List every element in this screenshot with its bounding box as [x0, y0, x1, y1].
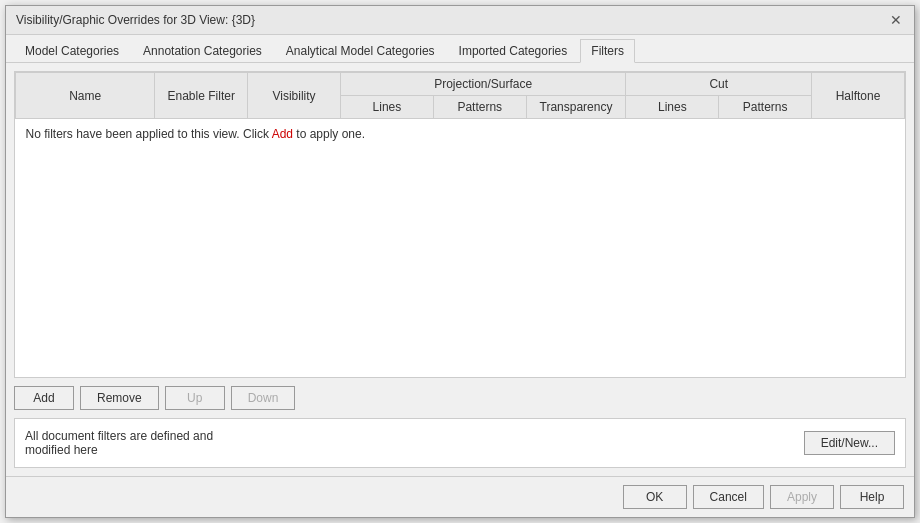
add-link[interactable]: Add — [272, 127, 293, 141]
apply-button[interactable]: Apply — [770, 485, 834, 509]
col-header-enable-filter: Enable Filter — [155, 73, 248, 119]
col-header-cut-patterns: Patterns — [719, 96, 812, 119]
title-bar: Visibility/Graphic Overrides for 3D View… — [6, 6, 914, 35]
filters-table: Name Enable Filter Visibility Projection… — [15, 72, 905, 149]
add-button[interactable]: Add — [14, 386, 74, 410]
tab-filters[interactable]: Filters — [580, 39, 635, 63]
filter-info-box: All document filters are defined and mod… — [14, 418, 906, 468]
dialog: Visibility/Graphic Overrides for 3D View… — [5, 5, 915, 518]
ok-button[interactable]: OK — [623, 485, 687, 509]
edit-new-button[interactable]: Edit/New... — [804, 431, 895, 455]
empty-row: No filters have been applied to this vie… — [16, 119, 905, 150]
help-button[interactable]: Help — [840, 485, 904, 509]
tab-analytical-model-categories[interactable]: Analytical Model Categories — [275, 39, 446, 62]
dialog-title: Visibility/Graphic Overrides for 3D View… — [16, 13, 255, 27]
filters-table-container: Name Enable Filter Visibility Projection… — [14, 71, 906, 378]
footer: OK Cancel Apply Help — [6, 476, 914, 517]
remove-button[interactable]: Remove — [80, 386, 159, 410]
col-header-ps-transparency: Transparency — [526, 96, 626, 119]
close-button[interactable]: ✕ — [888, 12, 904, 28]
down-button[interactable]: Down — [231, 386, 296, 410]
cancel-button[interactable]: Cancel — [693, 485, 764, 509]
content-area: Name Enable Filter Visibility Projection… — [6, 63, 914, 476]
col-header-name: Name — [16, 73, 155, 119]
up-button[interactable]: Up — [165, 386, 225, 410]
tab-model-categories[interactable]: Model Categories — [14, 39, 130, 62]
table-button-row: Add Remove Up Down — [14, 386, 906, 410]
col-header-cut: Cut — [626, 73, 812, 96]
col-header-halftone: Halftone — [812, 73, 905, 119]
col-header-ps-patterns: Patterns — [433, 96, 526, 119]
col-header-visibility: Visibility — [248, 73, 341, 119]
empty-message: No filters have been applied to this vie… — [16, 119, 905, 150]
col-header-ps-lines: Lines — [340, 96, 433, 119]
tab-annotation-categories[interactable]: Annotation Categories — [132, 39, 273, 62]
filter-info-text: All document filters are defined and mod… — [25, 429, 225, 457]
col-header-cut-lines: Lines — [626, 96, 719, 119]
tab-bar: Model Categories Annotation Categories A… — [6, 35, 914, 63]
tab-imported-categories[interactable]: Imported Categories — [448, 39, 579, 62]
col-header-proj-surface: Projection/Surface — [340, 73, 625, 96]
